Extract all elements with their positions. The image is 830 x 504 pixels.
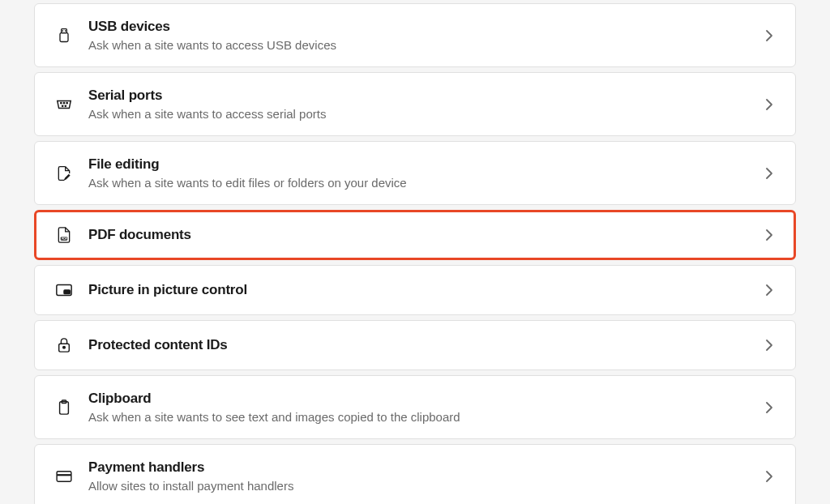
settings-item-picture-in-picture[interactable]: Picture in picture control — [34, 265, 796, 315]
svg-text:PDF: PDF — [62, 237, 67, 241]
usb-icon — [54, 26, 74, 45]
file-edit-icon — [54, 164, 74, 183]
settings-item-protected-content[interactable]: Protected content IDs — [34, 320, 796, 370]
item-subtitle: Ask when a site wants to access USB devi… — [88, 38, 763, 52]
item-title: Picture in picture control — [88, 282, 763, 298]
item-title: Payment handlers — [88, 459, 763, 476]
svg-point-8 — [65, 105, 66, 106]
item-subtitle: Ask when a site wants to edit files or f… — [88, 176, 763, 190]
clipboard-icon — [54, 398, 74, 417]
svg-point-4 — [61, 102, 62, 103]
item-title: Serial ports — [88, 88, 763, 104]
chevron-right-icon — [763, 470, 776, 483]
item-subtitle: Ask when a site wants to see text and im… — [88, 410, 763, 424]
item-title: File editing — [88, 156, 763, 173]
chevron-right-icon — [763, 29, 776, 42]
chevron-right-icon — [763, 229, 776, 241]
settings-list: USB devices Ask when a site wants to acc… — [34, 0, 796, 504]
svg-rect-12 — [64, 290, 70, 294]
item-subtitle: Allow sites to install payment handlers — [88, 479, 763, 493]
item-content: USB devices Ask when a site wants to acc… — [88, 19, 763, 52]
item-title: PDF documents — [88, 227, 763, 243]
chevron-right-icon — [763, 401, 776, 414]
serial-port-icon — [54, 95, 74, 114]
item-title: USB devices — [88, 19, 763, 35]
svg-rect-0 — [62, 28, 67, 32]
svg-point-6 — [66, 102, 67, 103]
svg-point-5 — [63, 102, 64, 103]
svg-rect-1 — [60, 32, 68, 41]
lock-icon — [54, 335, 74, 355]
svg-rect-17 — [57, 471, 71, 481]
chevron-right-icon — [763, 339, 776, 352]
settings-item-payment-handlers[interactable]: Payment handlers Allow sites to install … — [34, 444, 796, 504]
picture-in-picture-icon — [54, 280, 74, 300]
item-content: Serial ports Ask when a site wants to ac… — [88, 88, 763, 121]
item-title: Clipboard — [88, 391, 763, 407]
item-content: Picture in picture control — [88, 282, 763, 298]
settings-item-usb-devices[interactable]: USB devices Ask when a site wants to acc… — [34, 3, 796, 67]
chevron-right-icon — [763, 284, 776, 297]
item-content: PDF documents — [88, 227, 763, 243]
svg-point-14 — [63, 346, 66, 348]
credit-card-icon — [54, 467, 74, 486]
item-content: File editing Ask when a site wants to ed… — [88, 156, 763, 190]
pdf-icon: PDF — [54, 225, 74, 245]
item-content: Protected content IDs — [88, 337, 763, 353]
chevron-right-icon — [763, 98, 776, 111]
svg-point-7 — [62, 105, 63, 106]
settings-item-clipboard[interactable]: Clipboard Ask when a site wants to see t… — [34, 375, 796, 439]
settings-item-file-editing[interactable]: File editing Ask when a site wants to ed… — [34, 141, 796, 205]
chevron-right-icon — [763, 167, 776, 180]
item-title: Protected content IDs — [88, 337, 763, 353]
settings-item-pdf-documents[interactable]: PDF PDF documents — [34, 210, 796, 260]
item-content: Clipboard Ask when a site wants to see t… — [88, 391, 763, 424]
item-content: Payment handlers Allow sites to install … — [88, 459, 763, 493]
settings-item-serial-ports[interactable]: Serial ports Ask when a site wants to ac… — [34, 72, 796, 136]
item-subtitle: Ask when a site wants to access serial p… — [88, 107, 763, 121]
